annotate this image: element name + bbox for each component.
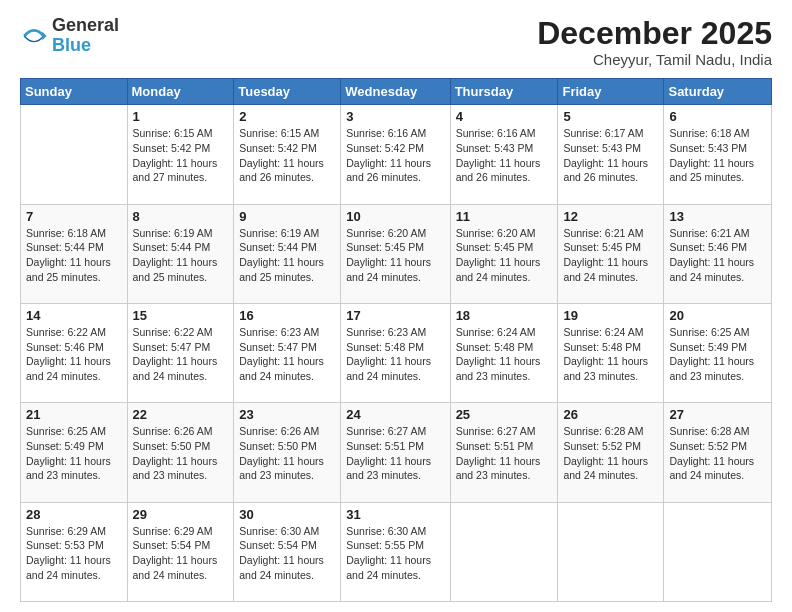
day-number: 2 bbox=[239, 109, 335, 124]
calendar-cell: 13Sunrise: 6:21 AM Sunset: 5:46 PM Dayli… bbox=[664, 204, 772, 303]
day-number: 3 bbox=[346, 109, 444, 124]
day-number: 30 bbox=[239, 507, 335, 522]
day-info: Sunrise: 6:27 AM Sunset: 5:51 PM Dayligh… bbox=[456, 424, 553, 483]
day-number: 22 bbox=[133, 407, 229, 422]
day-info: Sunrise: 6:15 AM Sunset: 5:42 PM Dayligh… bbox=[239, 126, 335, 185]
day-info: Sunrise: 6:26 AM Sunset: 5:50 PM Dayligh… bbox=[239, 424, 335, 483]
calendar-cell: 15Sunrise: 6:22 AM Sunset: 5:47 PM Dayli… bbox=[127, 303, 234, 402]
day-info: Sunrise: 6:20 AM Sunset: 5:45 PM Dayligh… bbox=[346, 226, 444, 285]
calendar-cell: 8Sunrise: 6:19 AM Sunset: 5:44 PM Daylig… bbox=[127, 204, 234, 303]
day-info: Sunrise: 6:15 AM Sunset: 5:42 PM Dayligh… bbox=[133, 126, 229, 185]
day-info: Sunrise: 6:29 AM Sunset: 5:54 PM Dayligh… bbox=[133, 524, 229, 583]
logo-icon bbox=[20, 22, 48, 50]
day-info: Sunrise: 6:28 AM Sunset: 5:52 PM Dayligh… bbox=[669, 424, 766, 483]
logo-line1: General bbox=[52, 16, 119, 36]
calendar-cell: 26Sunrise: 6:28 AM Sunset: 5:52 PM Dayli… bbox=[558, 403, 664, 502]
day-number: 8 bbox=[133, 209, 229, 224]
calendar-cell: 4Sunrise: 6:16 AM Sunset: 5:43 PM Daylig… bbox=[450, 105, 558, 204]
day-info: Sunrise: 6:19 AM Sunset: 5:44 PM Dayligh… bbox=[133, 226, 229, 285]
calendar-cell: 28Sunrise: 6:29 AM Sunset: 5:53 PM Dayli… bbox=[21, 502, 128, 601]
calendar-cell: 6Sunrise: 6:18 AM Sunset: 5:43 PM Daylig… bbox=[664, 105, 772, 204]
logo-line2: Blue bbox=[52, 36, 119, 56]
day-info: Sunrise: 6:16 AM Sunset: 5:43 PM Dayligh… bbox=[456, 126, 553, 185]
day-number: 27 bbox=[669, 407, 766, 422]
day-info: Sunrise: 6:18 AM Sunset: 5:43 PM Dayligh… bbox=[669, 126, 766, 185]
day-number: 5 bbox=[563, 109, 658, 124]
day-info: Sunrise: 6:30 AM Sunset: 5:55 PM Dayligh… bbox=[346, 524, 444, 583]
calendar-week-row: 21Sunrise: 6:25 AM Sunset: 5:49 PM Dayli… bbox=[21, 403, 772, 502]
calendar-week-row: 7Sunrise: 6:18 AM Sunset: 5:44 PM Daylig… bbox=[21, 204, 772, 303]
day-number: 18 bbox=[456, 308, 553, 323]
day-number: 6 bbox=[669, 109, 766, 124]
day-info: Sunrise: 6:23 AM Sunset: 5:48 PM Dayligh… bbox=[346, 325, 444, 384]
day-info: Sunrise: 6:26 AM Sunset: 5:50 PM Dayligh… bbox=[133, 424, 229, 483]
day-info: Sunrise: 6:16 AM Sunset: 5:42 PM Dayligh… bbox=[346, 126, 444, 185]
col-header-wednesday: Wednesday bbox=[341, 79, 450, 105]
day-info: Sunrise: 6:24 AM Sunset: 5:48 PM Dayligh… bbox=[563, 325, 658, 384]
day-number: 26 bbox=[563, 407, 658, 422]
col-header-tuesday: Tuesday bbox=[234, 79, 341, 105]
day-info: Sunrise: 6:29 AM Sunset: 5:53 PM Dayligh… bbox=[26, 524, 122, 583]
calendar-cell: 5Sunrise: 6:17 AM Sunset: 5:43 PM Daylig… bbox=[558, 105, 664, 204]
page: General Blue December 2025 Cheyyur, Tami… bbox=[0, 0, 792, 612]
calendar-cell bbox=[558, 502, 664, 601]
day-number: 24 bbox=[346, 407, 444, 422]
calendar-week-row: 1Sunrise: 6:15 AM Sunset: 5:42 PM Daylig… bbox=[21, 105, 772, 204]
calendar-cell: 17Sunrise: 6:23 AM Sunset: 5:48 PM Dayli… bbox=[341, 303, 450, 402]
calendar-table: SundayMondayTuesdayWednesdayThursdayFrid… bbox=[20, 78, 772, 602]
logo: General Blue bbox=[20, 16, 119, 56]
calendar-cell: 29Sunrise: 6:29 AM Sunset: 5:54 PM Dayli… bbox=[127, 502, 234, 601]
day-info: Sunrise: 6:18 AM Sunset: 5:44 PM Dayligh… bbox=[26, 226, 122, 285]
day-number: 21 bbox=[26, 407, 122, 422]
day-info: Sunrise: 6:21 AM Sunset: 5:46 PM Dayligh… bbox=[669, 226, 766, 285]
calendar-cell bbox=[21, 105, 128, 204]
day-info: Sunrise: 6:20 AM Sunset: 5:45 PM Dayligh… bbox=[456, 226, 553, 285]
subtitle: Cheyyur, Tamil Nadu, India bbox=[537, 51, 772, 68]
logo-text: General Blue bbox=[52, 16, 119, 56]
day-info: Sunrise: 6:25 AM Sunset: 5:49 PM Dayligh… bbox=[26, 424, 122, 483]
day-number: 11 bbox=[456, 209, 553, 224]
header: General Blue December 2025 Cheyyur, Tami… bbox=[20, 16, 772, 68]
day-number: 1 bbox=[133, 109, 229, 124]
day-number: 15 bbox=[133, 308, 229, 323]
day-number: 29 bbox=[133, 507, 229, 522]
day-number: 25 bbox=[456, 407, 553, 422]
calendar-week-row: 14Sunrise: 6:22 AM Sunset: 5:46 PM Dayli… bbox=[21, 303, 772, 402]
day-number: 17 bbox=[346, 308, 444, 323]
calendar-cell bbox=[664, 502, 772, 601]
calendar-cell: 22Sunrise: 6:26 AM Sunset: 5:50 PM Dayli… bbox=[127, 403, 234, 502]
day-info: Sunrise: 6:28 AM Sunset: 5:52 PM Dayligh… bbox=[563, 424, 658, 483]
day-number: 23 bbox=[239, 407, 335, 422]
day-info: Sunrise: 6:24 AM Sunset: 5:48 PM Dayligh… bbox=[456, 325, 553, 384]
calendar-cell: 18Sunrise: 6:24 AM Sunset: 5:48 PM Dayli… bbox=[450, 303, 558, 402]
calendar-cell: 3Sunrise: 6:16 AM Sunset: 5:42 PM Daylig… bbox=[341, 105, 450, 204]
calendar-cell: 9Sunrise: 6:19 AM Sunset: 5:44 PM Daylig… bbox=[234, 204, 341, 303]
col-header-sunday: Sunday bbox=[21, 79, 128, 105]
calendar-cell bbox=[450, 502, 558, 601]
day-info: Sunrise: 6:22 AM Sunset: 5:46 PM Dayligh… bbox=[26, 325, 122, 384]
col-header-thursday: Thursday bbox=[450, 79, 558, 105]
calendar-cell: 25Sunrise: 6:27 AM Sunset: 5:51 PM Dayli… bbox=[450, 403, 558, 502]
calendar-header-row: SundayMondayTuesdayWednesdayThursdayFrid… bbox=[21, 79, 772, 105]
day-number: 14 bbox=[26, 308, 122, 323]
day-number: 10 bbox=[346, 209, 444, 224]
calendar-cell: 10Sunrise: 6:20 AM Sunset: 5:45 PM Dayli… bbox=[341, 204, 450, 303]
day-info: Sunrise: 6:27 AM Sunset: 5:51 PM Dayligh… bbox=[346, 424, 444, 483]
day-info: Sunrise: 6:30 AM Sunset: 5:54 PM Dayligh… bbox=[239, 524, 335, 583]
day-number: 28 bbox=[26, 507, 122, 522]
calendar-cell: 31Sunrise: 6:30 AM Sunset: 5:55 PM Dayli… bbox=[341, 502, 450, 601]
calendar-cell: 7Sunrise: 6:18 AM Sunset: 5:44 PM Daylig… bbox=[21, 204, 128, 303]
day-number: 4 bbox=[456, 109, 553, 124]
calendar-cell: 1Sunrise: 6:15 AM Sunset: 5:42 PM Daylig… bbox=[127, 105, 234, 204]
calendar-cell: 2Sunrise: 6:15 AM Sunset: 5:42 PM Daylig… bbox=[234, 105, 341, 204]
col-header-saturday: Saturday bbox=[664, 79, 772, 105]
day-info: Sunrise: 6:19 AM Sunset: 5:44 PM Dayligh… bbox=[239, 226, 335, 285]
calendar-cell: 21Sunrise: 6:25 AM Sunset: 5:49 PM Dayli… bbox=[21, 403, 128, 502]
calendar-cell: 12Sunrise: 6:21 AM Sunset: 5:45 PM Dayli… bbox=[558, 204, 664, 303]
day-number: 7 bbox=[26, 209, 122, 224]
calendar-cell: 16Sunrise: 6:23 AM Sunset: 5:47 PM Dayli… bbox=[234, 303, 341, 402]
main-title: December 2025 bbox=[537, 16, 772, 51]
day-number: 9 bbox=[239, 209, 335, 224]
calendar-cell: 20Sunrise: 6:25 AM Sunset: 5:49 PM Dayli… bbox=[664, 303, 772, 402]
calendar-cell: 27Sunrise: 6:28 AM Sunset: 5:52 PM Dayli… bbox=[664, 403, 772, 502]
